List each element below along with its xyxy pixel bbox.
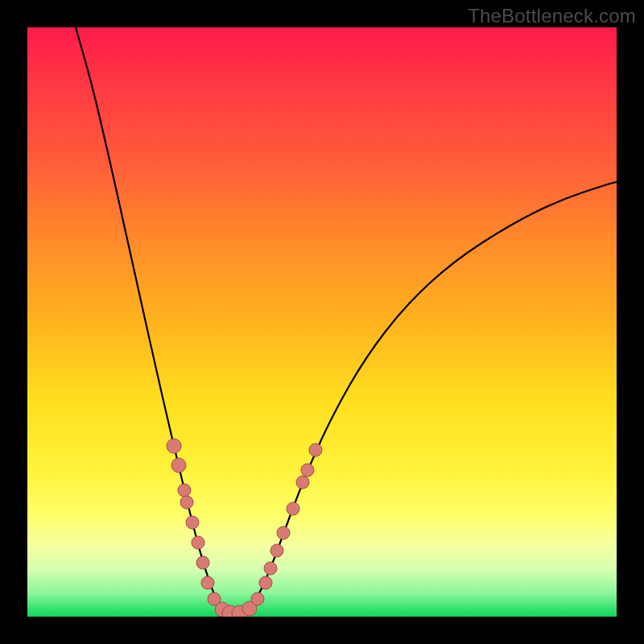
data-dots: [167, 439, 322, 617]
data-dot: [196, 556, 209, 569]
data-dot: [264, 562, 277, 575]
outer-frame: TheBottleneck.com: [0, 0, 644, 644]
plot-area: [27, 27, 617, 617]
data-dot: [180, 496, 193, 509]
data-dot: [201, 576, 214, 589]
curve-left: [76, 27, 235, 617]
curve-right: [235, 182, 617, 617]
data-dot: [270, 544, 283, 557]
data-dot: [186, 516, 199, 529]
data-dot: [259, 576, 272, 589]
data-dot: [251, 592, 264, 605]
data-dot: [277, 526, 290, 539]
data-dot: [301, 464, 314, 477]
data-dot: [192, 536, 204, 549]
chart-svg: [27, 27, 617, 617]
watermark-text: TheBottleneck.com: [468, 5, 636, 27]
data-dot: [309, 444, 322, 456]
data-dot: [167, 439, 181, 453]
data-dot: [171, 458, 186, 473]
data-dot: [287, 502, 299, 515]
data-dot: [296, 476, 309, 489]
data-dot: [178, 484, 191, 497]
